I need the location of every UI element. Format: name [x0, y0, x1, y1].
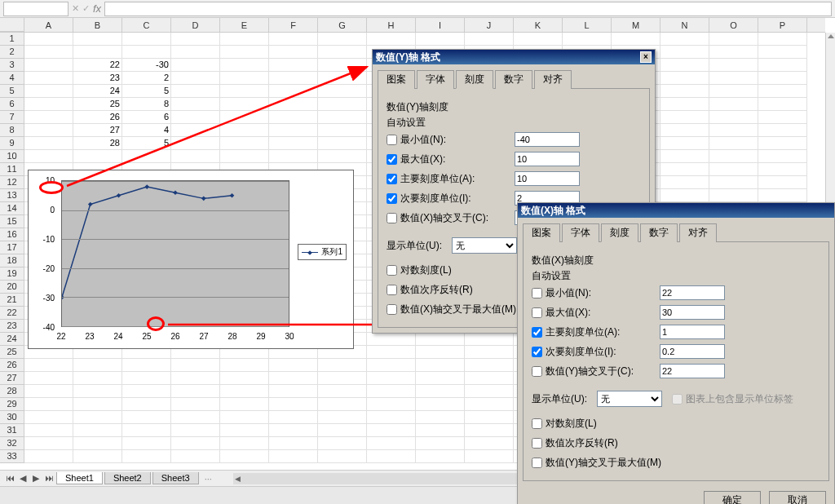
y-check-4[interactable]	[387, 213, 397, 223]
cell[interactable]	[24, 124, 73, 137]
cell[interactable]	[465, 424, 514, 437]
cell[interactable]	[269, 98, 318, 111]
tab-图案[interactable]: 图案	[523, 223, 560, 242]
sheet-nav-last-icon[interactable]: ⏭	[42, 472, 55, 485]
cell[interactable]	[709, 137, 758, 150]
cell[interactable]: 4	[122, 124, 171, 137]
sheet-nav-first-icon[interactable]: ⏮	[3, 472, 16, 485]
cell[interactable]	[269, 33, 318, 46]
cell[interactable]	[563, 33, 612, 46]
row-header[interactable]: 14	[0, 202, 24, 215]
cell[interactable]	[416, 359, 465, 372]
cell[interactable]	[660, 137, 709, 150]
cell[interactable]	[709, 85, 758, 98]
column-header[interactable]: K	[514, 18, 563, 32]
cell[interactable]	[220, 424, 269, 437]
embedded-chart[interactable]: 100-10-20-30-40 222324252627282930 系列1	[28, 170, 354, 349]
x-check-3[interactable]	[532, 347, 542, 357]
cell[interactable]	[171, 46, 220, 59]
row-header[interactable]: 25	[0, 346, 24, 359]
column-header[interactable]: E	[220, 18, 269, 32]
y-check-2[interactable]	[387, 174, 397, 184]
x-check-1[interactable]	[532, 307, 542, 318]
tab-图案[interactable]: 图案	[378, 70, 415, 89]
cell[interactable]	[269, 398, 318, 411]
cell[interactable]	[367, 398, 416, 411]
cell[interactable]	[269, 150, 318, 163]
cell[interactable]	[220, 85, 269, 98]
cell[interactable]	[73, 359, 122, 372]
cell[interactable]	[269, 437, 318, 450]
cell[interactable]	[660, 176, 709, 189]
cell[interactable]	[24, 72, 73, 85]
row-header[interactable]: 10	[0, 150, 24, 163]
cell[interactable]	[220, 33, 269, 46]
cell[interactable]	[269, 111, 318, 124]
row-header[interactable]: 6	[0, 98, 24, 111]
cell[interactable]	[24, 111, 73, 124]
cell[interactable]	[416, 424, 465, 437]
cell[interactable]	[171, 111, 220, 124]
cell[interactable]: 6	[122, 111, 171, 124]
fx-icon[interactable]: fx	[93, 2, 101, 15]
cell[interactable]	[758, 46, 807, 59]
cell[interactable]	[709, 189, 758, 202]
x-opt-check-2[interactable]	[532, 458, 542, 468]
column-header[interactable]: G	[318, 18, 367, 32]
cell[interactable]	[269, 59, 318, 72]
column-header[interactable]: N	[660, 18, 709, 32]
cell[interactable]	[367, 33, 416, 46]
sheet-nav-prev-icon[interactable]: ◀	[16, 472, 29, 485]
cell[interactable]	[171, 372, 220, 385]
cell[interactable]	[122, 385, 171, 398]
cell[interactable]	[269, 385, 318, 398]
row-header[interactable]: 13	[0, 189, 24, 202]
row-header[interactable]: 8	[0, 124, 24, 137]
row-header[interactable]: 3	[0, 59, 24, 72]
cell[interactable]	[24, 359, 73, 372]
y-opt-check-2[interactable]	[387, 304, 397, 315]
cell[interactable]	[269, 411, 318, 424]
cancel-icon[interactable]: ✕	[72, 3, 79, 14]
cell[interactable]	[220, 98, 269, 111]
cell[interactable]: 5	[122, 137, 171, 150]
cell[interactable]	[465, 359, 514, 372]
cell[interactable]	[465, 450, 514, 463]
tab-对齐[interactable]: 对齐	[679, 223, 717, 242]
row-header[interactable]: 16	[0, 228, 24, 241]
cell[interactable]: 22	[73, 59, 122, 72]
cell[interactable]	[416, 437, 465, 450]
row-header[interactable]: 30	[0, 411, 24, 424]
cell[interactable]	[416, 33, 465, 46]
cell[interactable]	[318, 85, 367, 98]
cell[interactable]	[220, 398, 269, 411]
cell[interactable]	[171, 437, 220, 450]
cell[interactable]	[24, 398, 73, 411]
cell[interactable]	[318, 124, 367, 137]
column-header[interactable]: B	[73, 18, 122, 32]
y-input-1[interactable]	[515, 152, 580, 166]
cell[interactable]	[318, 385, 367, 398]
cell[interactable]	[660, 189, 709, 202]
cell[interactable]	[318, 150, 367, 163]
cell[interactable]	[367, 411, 416, 424]
cell[interactable]	[171, 85, 220, 98]
cell[interactable]	[24, 137, 73, 150]
cell[interactable]	[73, 398, 122, 411]
y-check-3[interactable]	[387, 193, 397, 204]
display-unit-select-x[interactable]: 无	[597, 391, 662, 407]
row-header[interactable]: 26	[0, 359, 24, 372]
cell[interactable]	[220, 46, 269, 59]
cell[interactable]	[269, 72, 318, 85]
cell[interactable]	[122, 46, 171, 59]
x-check-2[interactable]	[532, 327, 542, 338]
row-header[interactable]: 32	[0, 437, 24, 450]
cell[interactable]	[318, 424, 367, 437]
cell[interactable]	[367, 424, 416, 437]
column-header[interactable]: A	[24, 18, 73, 32]
cell[interactable]	[24, 411, 73, 424]
cell[interactable]	[269, 46, 318, 59]
tab-刻度[interactable]: 刻度	[601, 223, 638, 242]
cell[interactable]	[171, 124, 220, 137]
y-opt-check-1[interactable]	[387, 285, 397, 295]
